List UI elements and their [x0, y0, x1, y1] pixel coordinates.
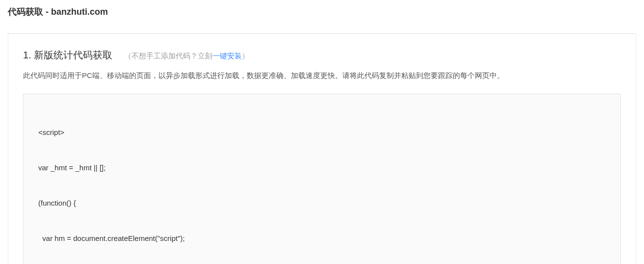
one-click-install-link[interactable]: 一键安装: [212, 52, 242, 60]
code-line: var hm = document.createElement("script"…: [38, 230, 606, 247]
code-line: var _hmt = _hmt || [];: [38, 159, 606, 177]
section-header: 1. 新版统计代码获取 （不想手工添加代码？立刻一键安装）: [23, 49, 621, 62]
page-title: 代码获取 - banzhuti.com: [0, 0, 644, 24]
code-line: <script>: [38, 124, 606, 141]
section-subtitle: （不想手工添加代码？立刻一键安装）: [124, 52, 249, 61]
subtitle-suffix: ）: [242, 52, 249, 60]
section-title: 1. 新版统计代码获取: [23, 49, 112, 62]
code-block: <script> var _hmt = _hmt || []; (functio…: [23, 94, 621, 264]
description-text: 此代码同时适用于PC端、移动端的页面，以异步加载形式进行加载，数据更准确、加载速…: [23, 69, 621, 82]
main-panel: 1. 新版统计代码获取 （不想手工添加代码？立刻一键安装） 此代码同时适用于PC…: [8, 33, 636, 264]
subtitle-prefix: （不想手工添加代码？立刻: [124, 52, 212, 60]
code-line: (function() {: [38, 194, 606, 212]
